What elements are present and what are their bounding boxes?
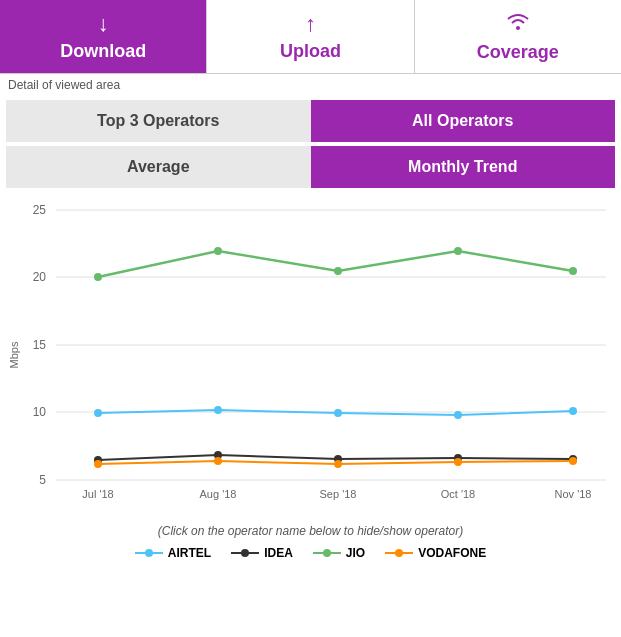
svg-text:Nov '18: Nov '18 [555, 488, 592, 500]
legend-jio-label: JIO [346, 546, 365, 560]
svg-text:Mbps: Mbps [8, 341, 20, 368]
legend-jio[interactable]: JIO [313, 546, 365, 560]
tab-coverage[interactable]: Coverage [415, 0, 621, 73]
svg-point-21 [569, 267, 577, 275]
svg-point-40 [241, 549, 249, 557]
tab-upload[interactable]: ↑ Upload [207, 0, 414, 73]
svg-point-0 [516, 26, 520, 30]
tab-download-label: Download [60, 41, 146, 62]
legend-airtel-label: AIRTEL [168, 546, 211, 560]
svg-text:5: 5 [39, 473, 46, 487]
svg-point-24 [334, 409, 342, 417]
coverage-icon [505, 10, 531, 38]
svg-point-19 [334, 267, 342, 275]
svg-text:25: 25 [33, 203, 47, 217]
upload-icon: ↑ [305, 11, 316, 37]
tab-download[interactable]: ↓ Download [0, 0, 207, 73]
svg-point-38 [145, 549, 153, 557]
svg-point-44 [395, 549, 403, 557]
tab-upload-label: Upload [280, 41, 341, 62]
svg-point-32 [94, 460, 102, 468]
svg-text:Oct '18: Oct '18 [441, 488, 476, 500]
svg-point-42 [323, 549, 331, 557]
svg-text:10: 10 [33, 405, 47, 419]
svg-text:Sep '18: Sep '18 [320, 488, 357, 500]
btn-top3[interactable]: Top 3 Operators [6, 100, 311, 142]
svg-point-17 [94, 273, 102, 281]
toggle-row-2: Average Monthly Trend [6, 146, 615, 188]
legend-idea-label: IDEA [264, 546, 293, 560]
btn-average[interactable]: Average [6, 146, 311, 188]
svg-point-35 [454, 458, 462, 466]
svg-point-20 [454, 247, 462, 255]
btn-all-operators[interactable]: All Operators [311, 100, 616, 142]
chart-legend: AIRTEL IDEA JIO VODAFONE [0, 542, 621, 568]
svg-point-26 [569, 407, 577, 415]
svg-point-36 [569, 457, 577, 465]
svg-point-33 [214, 457, 222, 465]
download-icon: ↓ [98, 11, 109, 37]
toggle-row-1: Top 3 Operators All Operators [6, 100, 615, 142]
chart-area: 25 20 15 10 5 Mbps Jul '18 Aug '18 Sep '… [0, 192, 621, 524]
svg-text:20: 20 [33, 270, 47, 284]
svg-text:Jul '18: Jul '18 [82, 488, 113, 500]
click-hint: (Click on the operator name below to hid… [0, 524, 621, 542]
svg-text:15: 15 [33, 338, 47, 352]
svg-point-25 [454, 411, 462, 419]
svg-point-34 [334, 460, 342, 468]
svg-point-22 [94, 409, 102, 417]
legend-airtel[interactable]: AIRTEL [135, 546, 211, 560]
legend-vodafone-label: VODAFONE [418, 546, 486, 560]
line-chart: 25 20 15 10 5 Mbps Jul '18 Aug '18 Sep '… [8, 200, 613, 520]
detail-label: Detail of viewed area [0, 74, 621, 96]
tab-bar: ↓ Download ↑ Upload Coverage [0, 0, 621, 74]
legend-idea[interactable]: IDEA [231, 546, 293, 560]
tab-coverage-label: Coverage [477, 42, 559, 63]
btn-monthly-trend[interactable]: Monthly Trend [311, 146, 616, 188]
legend-vodafone[interactable]: VODAFONE [385, 546, 486, 560]
svg-point-18 [214, 247, 222, 255]
svg-point-23 [214, 406, 222, 414]
svg-text:Aug '18: Aug '18 [200, 488, 237, 500]
